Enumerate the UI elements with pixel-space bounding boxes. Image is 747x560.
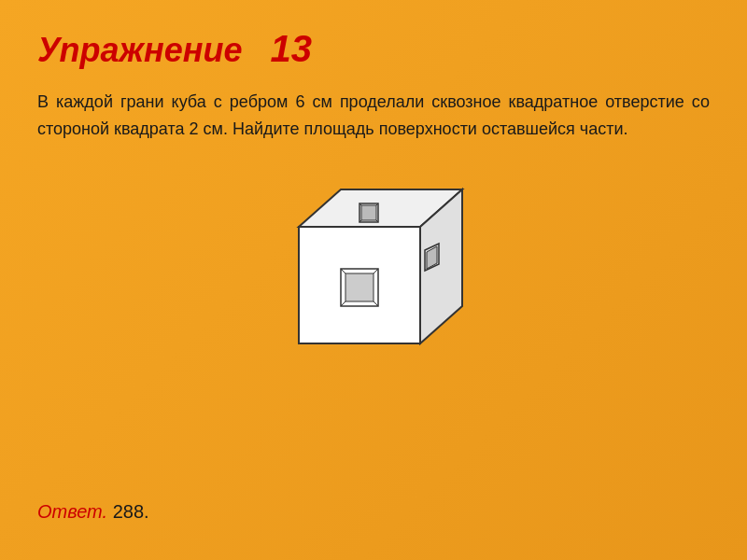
problem-text: В каждой грани куба с ребром 6 см продел… xyxy=(37,89,710,143)
svg-rect-4 xyxy=(345,273,374,301)
exercise-title: Упражнение 13 xyxy=(37,28,710,70)
answer-value: 288. xyxy=(113,501,149,522)
svg-marker-10 xyxy=(361,205,376,220)
title-number: 13 xyxy=(271,28,313,69)
cube-illustration xyxy=(37,171,710,367)
title-prefix: Упражнение xyxy=(37,31,243,69)
answer-label: Ответ. xyxy=(37,501,107,522)
answer-section: Ответ. 288. xyxy=(37,501,149,523)
main-container: Упражнение 13 В каждой грани куба с ребр… xyxy=(0,0,747,560)
cube-svg xyxy=(271,171,476,367)
